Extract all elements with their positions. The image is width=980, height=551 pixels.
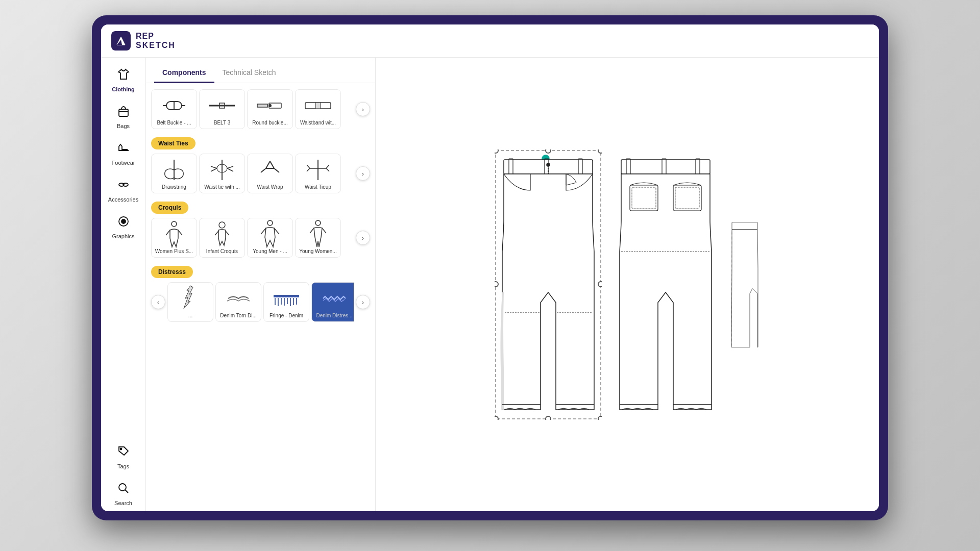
young-men-thumb: [251, 221, 289, 247]
distresss-grid: ... Denim Torn Di...: [167, 282, 354, 322]
denim-distres1-label: Denim Distres...: [313, 313, 354, 318]
young-men-label: Young Men - ...: [249, 248, 291, 254]
waist-ties-nav-arrow[interactable]: ›: [356, 166, 370, 181]
accessories-icon: [117, 178, 130, 194]
component-belt3[interactable]: BELT 3: [199, 89, 245, 129]
component-young-women[interactable]: Young Women...: [295, 218, 341, 258]
belt-items-grid: Belt Buckle - ... BELT 3: [151, 89, 354, 129]
back-view-sketch: [607, 80, 724, 488]
component-denim-torn[interactable]: Denim Torn Di...: [215, 282, 261, 322]
sidebar-item-tags[interactable]: Tags: [103, 440, 144, 474]
sidebar-item-footwear[interactable]: Footwear: [103, 136, 144, 171]
women-plus-thumb: [155, 221, 193, 247]
clothing-label: Clothing: [112, 86, 135, 92]
panel-content: Belt Buckle - ... BELT 3: [146, 83, 375, 511]
canvas-area[interactable]: [376, 58, 879, 511]
drawstring-label: Drawstring: [153, 184, 195, 190]
sidebar-item-search[interactable]: Search: [103, 477, 144, 511]
distresss-row: ‹ ...: [151, 282, 370, 322]
svg-rect-81: [732, 222, 757, 229]
monitor-frame: REP SKETCH Clothing: [92, 15, 888, 520]
component-denim-distres1[interactable]: Denim Distres...: [311, 282, 354, 322]
component-waist-tieup[interactable]: Waist Tieup: [295, 154, 341, 193]
component-young-men[interactable]: Young Men - ...: [247, 218, 293, 258]
graphics-label: Graphics: [112, 233, 134, 239]
bags-icon: [117, 105, 130, 121]
logo-sketch: SKETCH: [136, 41, 176, 50]
svg-point-10: [119, 484, 126, 491]
svg-rect-2: [119, 109, 128, 116]
croquis-badge: Croquis: [151, 202, 188, 214]
first-distress-thumb: [171, 286, 210, 311]
logo-icon: [111, 31, 131, 51]
component-waist-tie-with[interactable]: Waist tie with ...: [199, 154, 245, 193]
belt3-thumb: [203, 93, 241, 118]
sidebar-item-accessories[interactable]: Accessories: [103, 173, 144, 208]
sidebar-item-bags[interactable]: Bags: [103, 99, 144, 134]
sidebar-item-clothing[interactable]: Clothing: [103, 63, 144, 97]
component-waistband[interactable]: Waistband wit...: [295, 89, 341, 129]
svg-point-52: [598, 149, 602, 153]
sidebar-item-graphics[interactable]: Graphics: [103, 210, 144, 244]
svg-rect-18: [257, 104, 267, 107]
sketch-canvas: [376, 58, 879, 511]
accessories-label: Accessories: [108, 196, 138, 203]
waist-tieup-thumb: [299, 157, 337, 183]
component-round-buckle[interactable]: Round buckle...: [247, 89, 293, 129]
infant-label: Infant Croquis: [201, 248, 243, 254]
footwear-icon: [117, 141, 130, 158]
logo-rep: REP: [136, 32, 176, 41]
svg-line-28: [261, 168, 266, 172]
clothing-icon: [117, 68, 130, 84]
search-icon: [117, 482, 130, 498]
svg-line-29: [274, 168, 279, 172]
first-distress-label: ...: [169, 313, 211, 318]
svg-point-54: [598, 416, 602, 420]
svg-point-36: [315, 220, 321, 226]
logo-text: REP SKETCH: [136, 32, 176, 49]
component-waist-wrap[interactable]: Waist Wrap: [247, 154, 293, 193]
component-belt-buckle[interactable]: Belt Buckle - ...: [151, 89, 197, 129]
croquis-grid: Women Plus S...: [151, 218, 354, 258]
distresss-nav-arrow[interactable]: ›: [356, 295, 370, 309]
belt-items-row: Belt Buckle - ... BELT 3: [151, 89, 370, 129]
young-women-thumb: [299, 221, 337, 247]
belt3-label: BELT 3: [201, 120, 243, 126]
croquis-row: Women Plus S...: [151, 218, 370, 258]
belt-nav-arrow[interactable]: ›: [356, 102, 370, 116]
svg-point-51: [495, 149, 498, 153]
waist-wrap-label: Waist Wrap: [249, 184, 291, 190]
svg-line-27: [270, 161, 274, 168]
component-infant-croquis[interactable]: Infant Croquis: [199, 218, 245, 258]
waist-tieup-label: Waist Tieup: [297, 184, 339, 190]
components-panel: Components Technical Sketch: [146, 58, 376, 511]
sidebar: Clothing Bags: [101, 58, 146, 511]
distresss-back-arrow[interactable]: ‹: [151, 295, 165, 309]
bags-label: Bags: [117, 123, 130, 129]
svg-line-11: [125, 490, 128, 493]
front-view-sketch: [489, 80, 607, 488]
tab-technical-sketch[interactable]: Technical Sketch: [214, 63, 284, 83]
young-women-label: Young Women...: [297, 248, 339, 254]
denim-torn-label: Denim Torn Di...: [217, 313, 259, 318]
component-fringe-denim[interactable]: Fringe - Denim: [263, 282, 309, 322]
croquis-nav-arrow[interactable]: ›: [356, 231, 370, 245]
svg-point-55: [546, 149, 551, 153]
svg-line-26: [266, 161, 270, 168]
belt-buckle-label: Belt Buckle - ...: [153, 120, 195, 126]
component-drawstring[interactable]: Drawstring: [151, 154, 197, 193]
component-women-plus[interactable]: Women Plus S...: [151, 218, 197, 258]
distresss-badge: Distresss: [151, 266, 193, 278]
waistband-label: Waistband wit...: [297, 120, 339, 126]
svg-point-34: [219, 222, 225, 228]
panel-tabs: Components Technical Sketch: [146, 58, 375, 83]
side-view-sketch: [724, 80, 765, 488]
logo-area: REP SKETCH: [111, 31, 176, 51]
denim-distres1-thumb: [315, 286, 354, 311]
component-first-distress[interactable]: ...: [167, 282, 213, 322]
tab-components[interactable]: Components: [154, 63, 214, 83]
svg-point-58: [546, 416, 551, 420]
waist-ties-badge: Waist Ties: [151, 137, 195, 149]
app-body: Clothing Bags: [101, 58, 879, 511]
svg-point-33: [172, 221, 177, 227]
